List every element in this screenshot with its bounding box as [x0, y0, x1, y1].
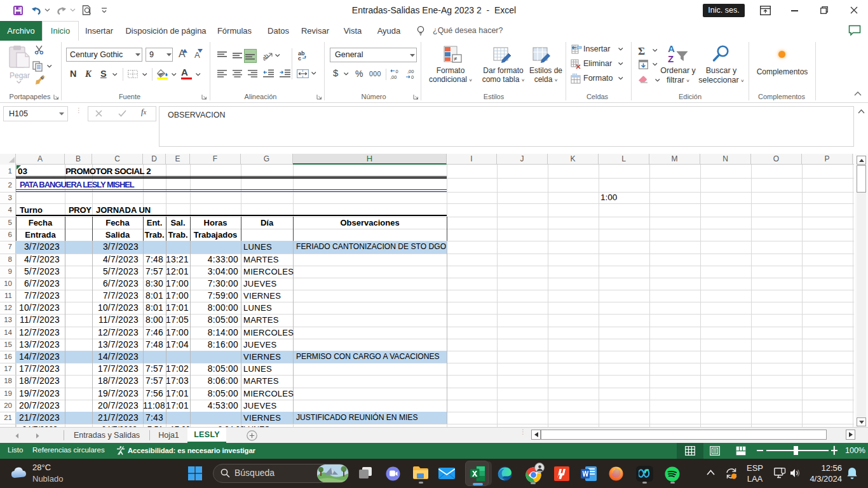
svg-text:c: c: [298, 55, 301, 61]
svg-text:,00: ,00: [390, 74, 397, 80]
svg-text:≠: ≠: [454, 55, 458, 62]
svg-text:0: 0: [411, 74, 414, 80]
